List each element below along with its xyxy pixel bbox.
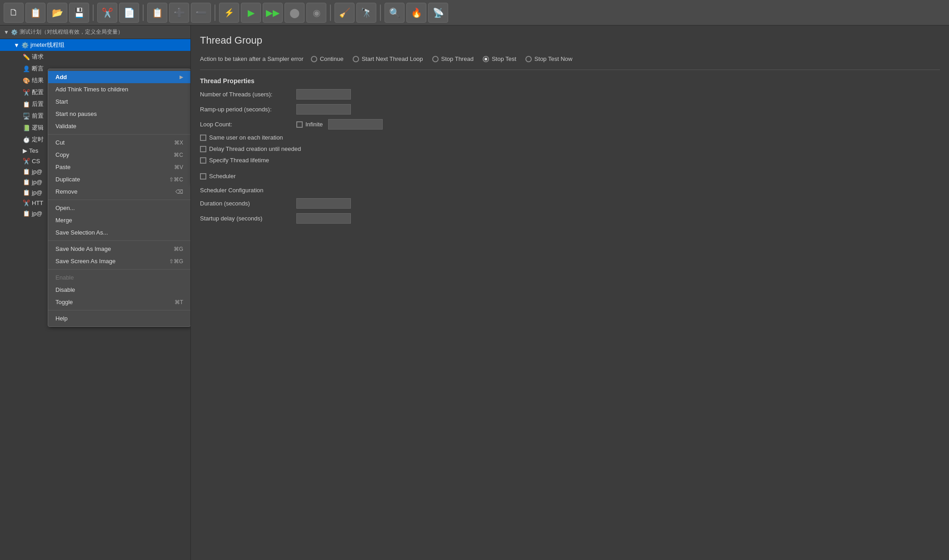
- test-plan-label[interactable]: 测试计划（对线程组有效，定义全局变量）: [20, 28, 123, 36]
- ctx-add[interactable]: Add ▶: [48, 71, 190, 83]
- item-label-4: 后置: [32, 100, 44, 108]
- cut-button[interactable]: ✂️: [97, 3, 117, 23]
- thread-properties-section: Thread Properties Number of Threads (use…: [200, 77, 940, 164]
- item-icon-8: ▶: [23, 147, 27, 154]
- item-icon-http: ✂️: [23, 200, 30, 206]
- ctx-cut-label: Cut: [55, 139, 65, 146]
- specify-thread-label: Specify Thread lifetime: [209, 157, 269, 164]
- ctx-save-node[interactable]: Save Node As Image ⌘G: [48, 243, 190, 255]
- ctx-open[interactable]: Open...: [48, 202, 190, 214]
- delay-checkbox-item[interactable]: Delay Thread creation until needed: [200, 145, 301, 152]
- item-label-jp3: jp@: [32, 189, 42, 196]
- ctx-toggle[interactable]: Toggle ⌘T: [48, 296, 190, 308]
- same-user-checkbox[interactable]: [200, 135, 206, 141]
- scheduler-config-label: Scheduler Configuration: [200, 187, 940, 194]
- delay-checkbox[interactable]: [200, 146, 206, 152]
- open-button[interactable]: 📂: [47, 3, 67, 23]
- loop-count-label: Loop Count:: [200, 121, 291, 128]
- context-menu: Add ▶ Add Think Times to children Start …: [48, 69, 191, 327]
- new-button[interactable]: 🗋: [4, 3, 24, 23]
- duration-input[interactable]: [296, 198, 351, 209]
- radio-stop-thread[interactable]: Stop Thread: [432, 55, 474, 62]
- item-icon-5: 🖥️: [23, 113, 30, 120]
- ctx-validate[interactable]: Validate: [48, 120, 190, 132]
- item-icon-0: ✏️: [23, 54, 30, 60]
- radio-stop-thread-circle: [432, 56, 439, 62]
- ctx-paste[interactable]: Paste ⌘V: [48, 161, 190, 173]
- item-icon-3: ✂️: [23, 89, 30, 96]
- clear-button[interactable]: 🧹: [335, 3, 355, 23]
- ctx-toggle-label: Toggle: [55, 299, 73, 305]
- copy-button[interactable]: 📄: [119, 3, 139, 23]
- ctx-help-label: Help: [55, 315, 68, 322]
- ramp-up-input[interactable]: [296, 104, 351, 115]
- item-label-cs: CS: [32, 158, 40, 165]
- ctx-start-label: Start: [55, 98, 68, 105]
- ctx-sep-4: [48, 269, 190, 270]
- ctx-save-screen-shortcut: ⇧⌘G: [169, 258, 183, 265]
- right-panel: Thread Group Action to be taken after a …: [191, 25, 949, 560]
- ctx-save-selection[interactable]: Save Selection As...: [48, 226, 190, 239]
- collapse-button[interactable]: ➖: [191, 3, 211, 23]
- specify-thread-checkbox[interactable]: [200, 157, 206, 164]
- ctx-disable[interactable]: Disable: [48, 284, 190, 296]
- infinite-checkbox[interactable]: [296, 121, 303, 128]
- save-button[interactable]: 💾: [69, 3, 89, 23]
- stop-button[interactable]: ⬤: [285, 3, 305, 23]
- templates-button[interactable]: 📋: [25, 3, 45, 23]
- start-button[interactable]: ▶: [241, 3, 261, 23]
- startup-delay-input[interactable]: [296, 213, 351, 224]
- toggle-button[interactable]: ⚡: [219, 3, 239, 23]
- item-label-6: 逻辑: [32, 124, 44, 132]
- ctx-remove[interactable]: Remove ⌫: [48, 185, 190, 198]
- paste-button[interactable]: 📋: [147, 3, 167, 23]
- specify-thread-checkbox-item[interactable]: Specify Thread lifetime: [200, 157, 269, 164]
- ctx-disable-label: Disable: [55, 286, 75, 293]
- clear-all-button[interactable]: 🔭: [356, 3, 376, 23]
- infinite-checkbox-item[interactable]: Infinite: [296, 121, 323, 128]
- ctx-save-screen[interactable]: Save Screen As Image ⇧⌘G: [48, 255, 190, 267]
- thread-properties-title: Thread Properties: [200, 77, 940, 85]
- toolbar: 🗋 📋 📂 💾 ✂️ 📄 📋 ➕ ➖ ⚡ ▶ ▶▶ ⬤ ◉ 🧹 🔭 🔍 🔥 📡: [0, 0, 949, 25]
- ctx-cut-shortcut: ⌘X: [174, 140, 183, 146]
- item-label-0: 请求: [32, 53, 44, 61]
- radio-stop-test-now[interactable]: Stop Test Now: [525, 55, 573, 62]
- ctx-add-label: Add: [55, 74, 67, 80]
- radio-start-next[interactable]: Start Next Thread Loop: [353, 55, 423, 62]
- help-button[interactable]: 🔥: [406, 3, 426, 23]
- scheduler-section: Scheduler Scheduler Configuration Durati…: [200, 173, 940, 224]
- separator-5: [380, 5, 381, 21]
- item-icon-2: 🎨: [23, 77, 30, 84]
- ctx-help[interactable]: Help: [48, 312, 190, 325]
- radio-stop-test-circle: [483, 56, 489, 62]
- num-threads-input[interactable]: [296, 89, 351, 100]
- ctx-duplicate[interactable]: Duplicate ⇧⌘C: [48, 173, 190, 185]
- ctx-copy[interactable]: Copy ⌘C: [48, 149, 190, 161]
- expand-button[interactable]: ➕: [169, 3, 189, 23]
- radio-continue[interactable]: Continue: [311, 55, 344, 62]
- ctx-start-no-pauses[interactable]: Start no pauses: [48, 108, 190, 120]
- separator-3: [215, 5, 215, 21]
- start-no-pauses-button[interactable]: ▶▶: [263, 3, 283, 23]
- item-icon-jp2: 📋: [23, 179, 30, 185]
- radio-stop-test[interactable]: Stop Test: [483, 55, 516, 62]
- duration-row: Duration (seconds): [200, 198, 940, 209]
- ctx-cut[interactable]: Cut ⌘X: [48, 136, 190, 149]
- specify-thread-row: Specify Thread lifetime: [200, 157, 940, 164]
- radio-start-next-circle: [353, 56, 359, 62]
- ctx-start[interactable]: Start: [48, 95, 190, 108]
- thread-group-item[interactable]: ▼ ⚙️ jmeter线程组: [0, 39, 190, 51]
- loop-count-input[interactable]: [328, 119, 383, 130]
- delay-row: Delay Thread creation until needed: [200, 145, 940, 152]
- shutdown-button[interactable]: ◉: [306, 3, 326, 23]
- remote-button[interactable]: 📡: [428, 3, 448, 23]
- ctx-merge[interactable]: Merge: [48, 214, 190, 226]
- ctx-add-think-times[interactable]: Add Think Times to children: [48, 83, 190, 95]
- tree-item-0[interactable]: ✏️ 请求: [0, 51, 190, 63]
- same-user-checkbox-item[interactable]: Same user on each iteration: [200, 134, 283, 141]
- on-error-label: Action to be taken after a Sampler error: [200, 55, 304, 62]
- radio-continue-circle: [311, 56, 317, 62]
- scheduler-checkbox-item[interactable]: Scheduler: [200, 173, 940, 180]
- scheduler-checkbox[interactable]: [200, 173, 206, 180]
- find-button[interactable]: 🔍: [385, 3, 405, 23]
